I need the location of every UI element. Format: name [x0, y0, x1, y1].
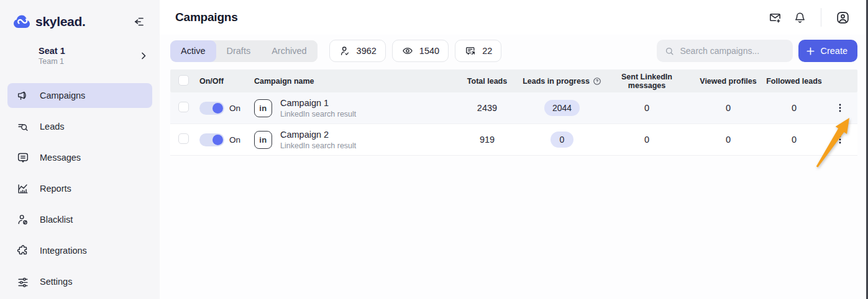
sidebar-item-label: Settings: [40, 277, 72, 287]
linkedin-icon: in: [254, 131, 272, 149]
leads-in-progress-badge: 2044: [544, 100, 580, 116]
leads-in-progress-badge: 0: [550, 132, 573, 148]
sidebar-item-integrations[interactable]: Integrations: [7, 238, 152, 263]
table-header-row: On/Off Campaign name Total leads Leads i…: [170, 69, 857, 92]
new-message-icon[interactable]: [762, 6, 787, 29]
stat-chips: 3962 1540: [329, 40, 502, 62]
table-row[interactable]: On in Campaign 1 LinkedIn search result …: [170, 92, 857, 124]
sidebar-item-label: Campaigns: [40, 91, 85, 100]
column-header-viewed-profiles: Viewed profiles: [691, 77, 765, 86]
notifications-bell-icon[interactable]: [787, 6, 812, 29]
app-window: skylead. Seat 1 Team 1: [0, 0, 868, 299]
filter-row: Active Drafts Archived 3962: [160, 35, 866, 67]
total-leads-value: 919: [453, 135, 521, 145]
megaphone-icon: [16, 89, 30, 102]
column-header-onoff: On/Off: [195, 77, 254, 86]
campaign-status-tabs: Active Drafts Archived: [170, 40, 318, 62]
plus-icon: [806, 47, 815, 56]
stat-chip-messages[interactable]: 22: [455, 40, 501, 62]
campaign-subtitle: LinkedIn search result: [280, 141, 356, 150]
campaign-toggle[interactable]: [199, 133, 224, 146]
sidebar: skylead. Seat 1 Team 1: [0, 0, 160, 299]
sidebar-item-label: Blacklist: [40, 215, 73, 225]
topbar-divider: [821, 8, 821, 27]
sidebar-item-leads[interactable]: Leads: [7, 114, 152, 139]
campaign-toggle[interactable]: [199, 102, 224, 115]
campaign-name[interactable]: Campaign 1: [280, 98, 356, 108]
followed-leads-value: 0: [765, 135, 823, 145]
stat-value: 3962: [357, 46, 377, 56]
person-check-icon: [339, 45, 351, 57]
linkedin-icon: in: [254, 99, 272, 117]
column-header-campaign-name: Campaign name: [254, 77, 453, 86]
toggle-label: On: [229, 104, 240, 113]
sidebar-item-settings[interactable]: Settings: [7, 269, 152, 294]
person-block-icon: [16, 213, 30, 226]
sidebar-item-reports[interactable]: Reports: [7, 176, 152, 201]
collapse-sidebar-icon[interactable]: [131, 14, 146, 29]
sidebar-item-messages[interactable]: Messages: [7, 145, 152, 170]
search-icon: [664, 46, 675, 56]
puzzle-icon: [16, 244, 30, 257]
column-header-leads-in-progress: Leads in progress: [521, 77, 603, 86]
column-header-total-leads: Total leads: [453, 77, 521, 86]
seat-team: Team 1: [39, 57, 65, 66]
account-avatar-icon[interactable]: [830, 6, 855, 29]
sent-messages-value: 0: [603, 103, 691, 113]
page-title: Campaigns: [175, 11, 238, 24]
chart-icon: [16, 182, 30, 195]
seat-info: Seat 1 Team 1: [39, 46, 65, 66]
row-checkbox[interactable]: [178, 133, 189, 144]
sidebar-item-campaigns[interactable]: Campaigns: [7, 83, 152, 108]
row-menu-dots-icon[interactable]: [831, 99, 849, 117]
sidebar-item-blacklist[interactable]: Blacklist: [7, 207, 152, 232]
viewed-profiles-value: 0: [691, 103, 765, 113]
stat-chip-leads[interactable]: 3962: [329, 40, 386, 62]
eye-icon: [401, 45, 414, 57]
seat-selector[interactable]: Seat 1 Team 1: [0, 31, 160, 66]
chevron-right-icon[interactable]: [139, 51, 148, 61]
campaigns-table: On/Off Campaign name Total leads Leads i…: [170, 69, 857, 156]
stat-value: 1540: [419, 46, 439, 56]
sidebar-item-label: Integrations: [40, 246, 87, 256]
topbar: Campaigns: [160, 0, 866, 35]
seat-name: Seat 1: [39, 46, 65, 56]
search-campaigns-box[interactable]: [657, 40, 793, 62]
sidebar-header: skylead.: [0, 9, 160, 31]
sidebar-item-label: Messages: [40, 153, 81, 163]
total-leads-value: 2439: [453, 103, 521, 113]
campaign-subtitle: LinkedIn search result: [280, 110, 356, 118]
viewed-profiles-value: 0: [691, 135, 765, 145]
message-share-icon: [464, 45, 477, 57]
tab-active[interactable]: Active: [170, 40, 216, 62]
skylead-cloud-icon: [12, 12, 31, 31]
row-checkbox[interactable]: [178, 102, 189, 112]
sent-messages-value: 0: [603, 135, 691, 145]
tab-archived[interactable]: Archived: [261, 40, 317, 62]
sliders-icon: [16, 275, 30, 288]
brand-name: skylead.: [35, 14, 86, 29]
column-header-followed-leads: Followed leads: [765, 77, 823, 86]
main-area: Campaigns: [160, 0, 866, 299]
help-circle-icon[interactable]: [593, 77, 601, 86]
table-row[interactable]: On in Campaign 2 LinkedIn search result …: [170, 124, 857, 156]
sidebar-item-label: Leads: [40, 122, 65, 132]
search-input[interactable]: [680, 46, 785, 56]
create-button-label: Create: [820, 46, 847, 56]
stat-value: 22: [482, 46, 492, 56]
sidebar-nav: Campaigns Leads: [0, 83, 160, 294]
leads-search-icon: [16, 120, 30, 133]
row-menu-dots-icon[interactable]: [831, 131, 849, 148]
topbar-actions: [762, 6, 855, 29]
tab-drafts[interactable]: Drafts: [216, 40, 262, 62]
message-bubble-icon: [16, 151, 30, 164]
skylead-logo[interactable]: skylead.: [12, 12, 86, 31]
toggle-label: On: [229, 135, 240, 145]
followed-leads-value: 0: [765, 103, 823, 113]
sidebar-item-label: Reports: [40, 184, 71, 194]
campaign-name[interactable]: Campaign 2: [280, 130, 356, 140]
create-button[interactable]: Create: [798, 40, 857, 62]
select-all-checkbox[interactable]: [178, 75, 189, 86]
filter-right: Create: [657, 40, 857, 62]
stat-chip-views[interactable]: 1540: [392, 40, 449, 62]
